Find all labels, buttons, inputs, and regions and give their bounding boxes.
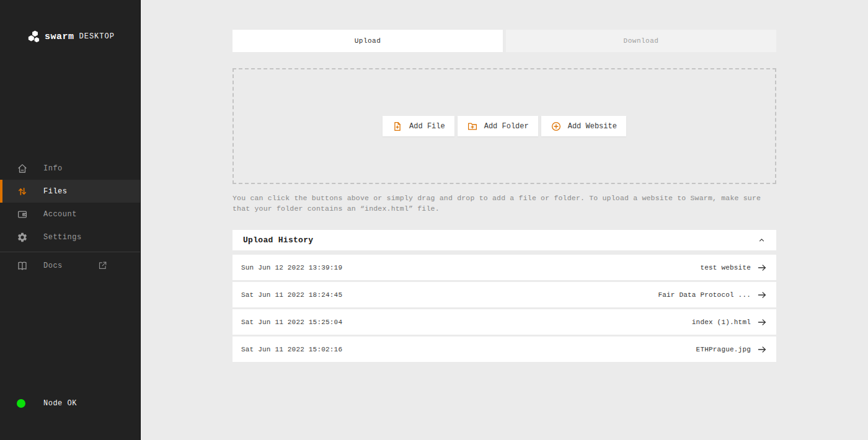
sidebar-item-docs[interactable]: Docs bbox=[0, 254, 140, 277]
upload-history-title: Upload History bbox=[243, 235, 313, 245]
app-window: swarm DESKTOP Info bbox=[0, 0, 868, 440]
sidebar-item-info[interactable]: Info bbox=[0, 157, 140, 180]
history-filename: test website bbox=[700, 264, 751, 271]
file-plus-icon bbox=[392, 121, 403, 132]
add-website-label: Add Website bbox=[568, 122, 617, 131]
upload-history-section: Upload History Sun Jun 12 2022 13:39:19 … bbox=[232, 230, 776, 362]
add-file-button[interactable]: Add File bbox=[383, 116, 454, 136]
tab-download[interactable]: Download bbox=[506, 30, 776, 52]
sidebar-item-label: Docs bbox=[43, 262, 63, 270]
mode-tabs: Upload Download bbox=[232, 30, 776, 52]
gear-icon bbox=[17, 232, 28, 243]
history-timestamp: Sat Jun 11 2022 18:24:45 bbox=[241, 291, 342, 299]
history-filename: ETHPrague.jpg bbox=[696, 346, 751, 353]
sidebar-item-settings[interactable]: Settings bbox=[0, 226, 140, 249]
history-timestamp: Sat Jun 11 2022 15:25:04 bbox=[241, 319, 342, 326]
swarm-hexagons-icon bbox=[27, 30, 41, 43]
history-timestamp: Sun Jun 12 2022 13:39:19 bbox=[241, 264, 342, 271]
history-row[interactable]: Sat Jun 11 2022 15:02:16 ETHPrague.jpg bbox=[232, 337, 776, 362]
history-filename: index (1).html bbox=[692, 319, 751, 326]
book-icon bbox=[17, 260, 28, 271]
file-dropzone[interactable]: Add File Add Folder bbox=[232, 68, 776, 184]
upload-history-header[interactable]: Upload History bbox=[232, 230, 776, 250]
arrow-right-icon[interactable] bbox=[756, 262, 768, 273]
history-row[interactable]: Sat Jun 11 2022 15:25:04 index (1).html bbox=[232, 309, 776, 335]
history-row[interactable]: Sun Jun 12 2022 13:39:19 test website bbox=[232, 255, 776, 280]
history-row[interactable]: Sat Jun 11 2022 18:24:45 Fair Data Proto… bbox=[232, 282, 776, 307]
status-dot-icon bbox=[17, 399, 25, 408]
arrow-right-icon[interactable] bbox=[756, 344, 768, 355]
add-folder-label: Add Folder bbox=[484, 122, 529, 131]
sidebar-divider bbox=[0, 252, 140, 252]
swarm-logo: swarm DESKTOP bbox=[27, 30, 115, 43]
sidebar: swarm DESKTOP Info bbox=[0, 0, 141, 440]
brand-name: swarm bbox=[45, 32, 74, 42]
sidebar-item-label: Settings bbox=[43, 233, 82, 242]
main-panel: Upload Download Add File bbox=[141, 0, 868, 440]
arrows-up-down-icon bbox=[17, 186, 28, 197]
folder-plus-icon bbox=[467, 121, 478, 132]
sidebar-item-label: Files bbox=[43, 187, 68, 196]
add-website-button[interactable]: Add Website bbox=[541, 116, 626, 136]
node-status: Node OK bbox=[17, 399, 77, 408]
history-timestamp: Sat Jun 11 2022 15:02:16 bbox=[241, 346, 342, 353]
tab-label: Upload bbox=[355, 37, 381, 45]
sidebar-nav: Info Files bbox=[0, 157, 140, 277]
brand-suffix: DESKTOP bbox=[79, 32, 115, 41]
circle-plus-icon bbox=[551, 121, 562, 132]
upload-history-list: Sun Jun 12 2022 13:39:19 test website Sa… bbox=[232, 255, 776, 362]
arrow-right-icon[interactable] bbox=[756, 317, 768, 328]
sidebar-item-label: Info bbox=[43, 164, 63, 173]
add-file-label: Add File bbox=[409, 122, 445, 131]
home-icon bbox=[17, 163, 28, 174]
node-status-label: Node OK bbox=[43, 399, 77, 408]
tab-label: Download bbox=[624, 37, 659, 45]
wallet-icon bbox=[17, 209, 28, 220]
sidebar-item-files[interactable]: Files bbox=[0, 180, 140, 203]
arrow-right-icon[interactable] bbox=[756, 289, 768, 301]
external-link-icon bbox=[97, 260, 108, 271]
dropzone-help-text: You can click the buttons above or simpl… bbox=[232, 193, 776, 214]
tab-upload[interactable]: Upload bbox=[232, 30, 503, 52]
history-filename: Fair Data Protocol ... bbox=[658, 291, 751, 299]
chevron-up-icon bbox=[758, 236, 766, 244]
add-folder-button[interactable]: Add Folder bbox=[458, 116, 538, 136]
sidebar-item-label: Account bbox=[43, 210, 77, 219]
sidebar-item-account[interactable]: Account bbox=[0, 203, 140, 226]
